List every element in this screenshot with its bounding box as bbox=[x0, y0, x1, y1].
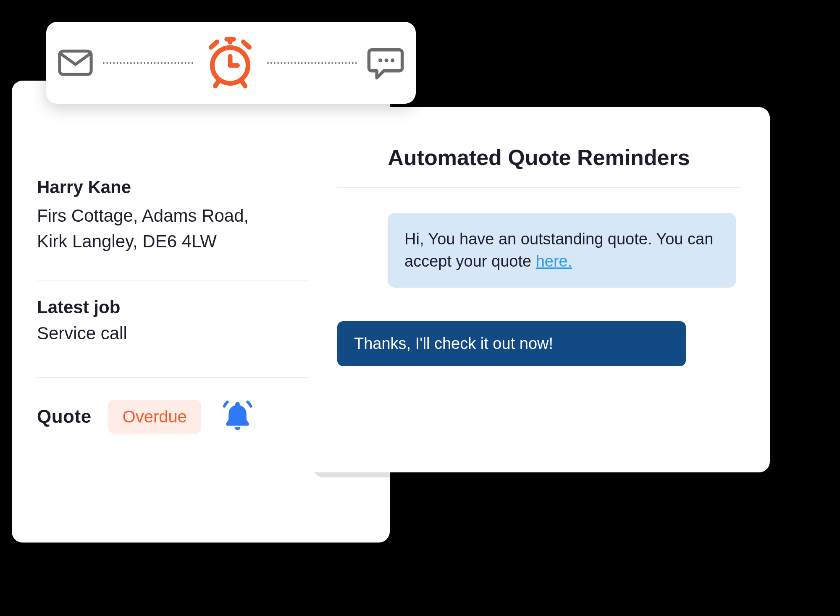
quote-label: Quote bbox=[37, 406, 92, 427]
svg-point-4 bbox=[391, 58, 394, 62]
customer-addr-line2: Kirk Langley, DE6 4LW bbox=[37, 231, 217, 251]
divider bbox=[337, 187, 740, 188]
reminders-title: Automated Quote Reminders bbox=[337, 145, 740, 170]
system-message: Hi, You have an outstanding quote. You c… bbox=[388, 213, 736, 288]
mail-icon bbox=[55, 43, 95, 83]
svg-point-3 bbox=[385, 58, 388, 62]
flow-pill bbox=[46, 22, 416, 104]
flow-connector bbox=[267, 62, 357, 64]
accept-quote-link[interactable]: here. bbox=[536, 252, 572, 270]
svg-point-2 bbox=[378, 58, 382, 62]
chat-icon bbox=[365, 42, 407, 84]
status-badge: Overdue bbox=[108, 400, 201, 434]
bell-icon[interactable] bbox=[220, 399, 255, 435]
user-message: Thanks, I'll check it out now! bbox=[337, 321, 686, 366]
reminders-card: Automated Quote Reminders Hi, You have a… bbox=[308, 107, 770, 472]
alarm-clock-icon bbox=[201, 34, 260, 92]
customer-addr-line1: Firs Cottage, Adams Road, bbox=[37, 206, 249, 225]
flow-connector bbox=[103, 62, 193, 64]
